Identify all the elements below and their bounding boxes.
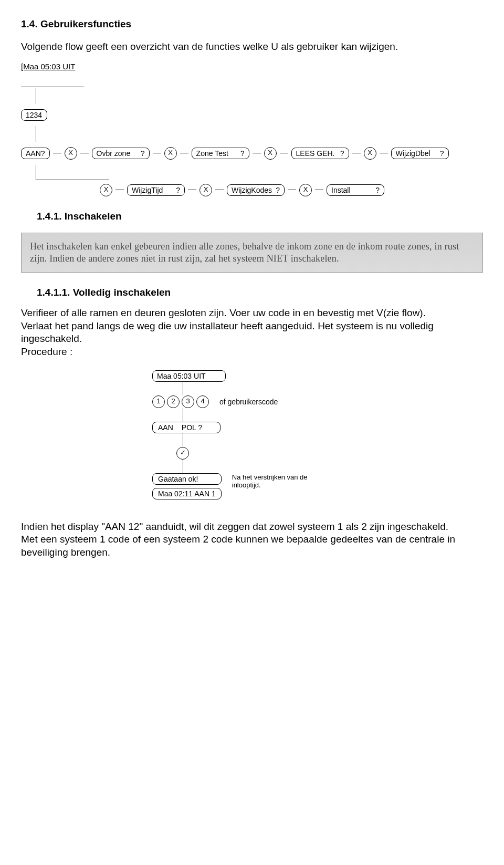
intro-paragraph: Volgende flow geeft een overzicht van de… [21,40,483,54]
proc-start-display: Maa 05:03 UIT [152,370,226,382]
enable-procedure-flow: Maa 05:03 UIT 1 2 3 4 of gebruikerscode … [152,370,483,499]
pill-zone-test: Zone Test? [192,148,249,159]
flow-row-1: AAN? X Ovbr zone? X Zone Test? X LEES GE… [21,147,483,160]
subsubsection-heading: 1.4.1.1. Volledig inschakelen [37,286,483,299]
proc-aan-display: AAN POL ? [152,422,220,433]
pill-wijzigdbel: WijzigDbel? [391,148,449,159]
proc-final-display: Maa 02:11 AAN 1 [152,488,222,499]
pill-aan: AAN? [21,148,50,159]
user-functions-flow: 1234 AAN? X Ovbr zone? X Zone Test? X LE… [21,79,483,196]
keypad-key: 2 [167,395,180,408]
procedure-intro: Verifieer of alle ramen en deuren geslot… [21,307,483,359]
keypad-key: 3 [182,395,194,408]
keypad-key: 4 [196,395,209,408]
keypad-key: 1 [152,395,165,408]
key-x: X [264,147,277,160]
footer-paragraph: Indien het display "AAN 12" aanduidt, wi… [21,520,483,559]
warning-greybox: Het inschakelen kan enkel gebeuren indie… [21,233,483,273]
key-x: X [164,147,177,160]
confirm-key-icon: ✓ [176,447,189,460]
keys-caption: of gebruikerscode [219,397,278,407]
status-line: [Maa 05:03 UIT [21,61,483,72]
code-box: 1234 [21,109,47,121]
pill-lees-geh: LEES GEH.? [291,148,349,159]
key-x: X [65,147,77,160]
pill-ovbr-zone: Ovbr zone? [92,148,150,159]
key-x: X [364,147,376,160]
final-caption: Na het verstrijken van de inlooptijd. [232,473,332,489]
proc-gaataan-display: Gaataan ok! [152,473,222,485]
section-heading: 1.4. Gebruikersfuncties [21,18,483,31]
subsection-heading: 1.4.1. Inschakelen [37,210,483,223]
flow-top-rule [21,79,84,87]
